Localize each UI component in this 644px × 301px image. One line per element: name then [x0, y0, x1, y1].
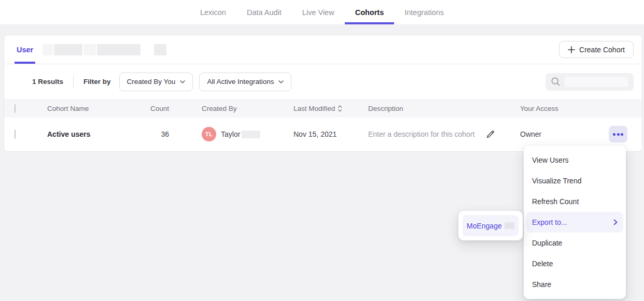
create-cohort-button[interactable]: Create Cohort — [559, 41, 634, 58]
export-submenu: MoEngage — [458, 211, 523, 240]
header-count: Count — [128, 105, 169, 112]
moengage-label: MoEngage — [467, 222, 502, 230]
header-cohort-name: Cohort Name — [47, 105, 128, 112]
redacted-block — [154, 44, 166, 55]
more-icon — [613, 133, 615, 136]
export-to-label: Export to... — [532, 218, 567, 226]
menu-item-share[interactable]: Share — [524, 274, 626, 295]
filter-by-label: Filter by — [83, 78, 111, 85]
row-actions-button[interactable] — [609, 126, 627, 142]
creator-name: Taylor — [221, 130, 240, 138]
nav-tab-live-view[interactable]: Live View — [292, 0, 345, 24]
search-icon — [551, 77, 561, 87]
cohort-count: 36 — [128, 130, 169, 138]
created-by-dropdown-value: Created By You — [127, 78, 176, 85]
last-modified-date: Nov 15, 2021 — [289, 130, 364, 138]
creator-avatar: TL — [202, 127, 216, 141]
nav-tab-lexicon[interactable]: Lexicon — [190, 0, 236, 24]
row-checkbox[interactable] — [15, 130, 16, 139]
menu-item-delete[interactable]: Delete — [524, 253, 626, 274]
menu-item-view-users[interactable]: View Users — [524, 150, 626, 170]
menu-item-export-to[interactable]: Export to... — [526, 212, 623, 233]
header-last-modified: Last Modified — [293, 105, 335, 112]
redacted-block — [505, 222, 514, 229]
tab-user-cohorts[interactable]: User — [15, 35, 35, 64]
cohorts-panel: User Create Cohort 1 Results Filter by C… — [4, 35, 642, 151]
chevron-down-icon — [180, 80, 185, 83]
table-header: Cohort Name Count Created By Last Modifi… — [4, 99, 642, 118]
menu-item-visualize-trend[interactable]: Visualize Trend — [524, 170, 626, 191]
select-all-checkbox[interactable] — [15, 104, 16, 113]
header-created-by: Created By — [169, 105, 289, 112]
plus-icon — [568, 46, 575, 53]
redacted-search-text — [565, 77, 628, 87]
search-input[interactable] — [545, 73, 634, 91]
redacted-last-name — [242, 131, 260, 138]
chevron-right-icon — [613, 219, 618, 225]
redacted-block — [83, 44, 96, 55]
nav-tab-integrations[interactable]: Integrations — [394, 0, 454, 24]
nav-tab-cohorts[interactable]: Cohorts — [345, 0, 395, 24]
header-description: Description — [364, 105, 516, 112]
access-value: Owner — [516, 130, 601, 138]
create-cohort-label: Create Cohort — [579, 46, 625, 54]
results-count: 1 Results — [32, 78, 63, 85]
cohort-type-tabs: User Create Cohort — [4, 35, 642, 64]
redacted-block — [97, 44, 141, 55]
row-actions-menu: View Users Visualize Trend Refresh Count… — [524, 146, 626, 299]
redacted-block — [43, 44, 53, 55]
redacted-tab-labels — [43, 44, 166, 55]
nav-tab-data-audit[interactable]: Data Audit — [236, 0, 292, 24]
redacted-block — [54, 44, 82, 55]
created-by-dropdown[interactable]: Created By You — [119, 73, 193, 91]
menu-item-refresh-count[interactable]: Refresh Count — [524, 191, 626, 212]
submenu-item-moengage[interactable]: MoEngage — [463, 215, 519, 236]
edit-description-pencil-icon[interactable] — [485, 129, 496, 139]
chevron-down-icon — [278, 80, 284, 83]
filter-bar: 1 Results Filter by Created By You All A… — [4, 64, 642, 99]
sort-icon[interactable] — [338, 105, 342, 112]
top-nav: Lexicon Data Audit Live View Cohorts Int… — [0, 0, 644, 25]
cohort-name-link[interactable]: Active users — [47, 130, 128, 138]
divider — [73, 75, 74, 89]
header-your-access: Your Access — [516, 105, 601, 112]
integrations-dropdown[interactable]: All Active Integrations — [199, 73, 291, 91]
integrations-dropdown-value: All Active Integrations — [207, 78, 274, 85]
description-input[interactable]: Enter a description for this cohort — [368, 130, 474, 138]
menu-item-duplicate[interactable]: Duplicate — [524, 233, 626, 253]
